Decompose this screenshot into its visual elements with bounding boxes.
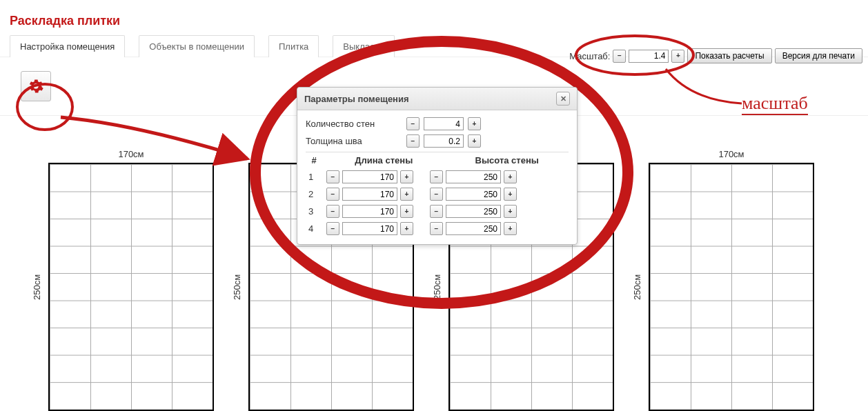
len-plus[interactable]: + xyxy=(400,222,413,235)
seam-input[interactable] xyxy=(424,134,464,148)
walls-count-minus[interactable]: − xyxy=(406,117,420,130)
wall-table-row: 3−+−+ xyxy=(306,203,569,220)
wall-height-label: 250см xyxy=(32,163,42,411)
wall-table-row: 1−+−+ xyxy=(306,168,569,186)
dialog-close-button[interactable]: ✕ xyxy=(556,92,570,106)
scale-minus-button[interactable]: − xyxy=(613,50,626,63)
wall-height-label: 250см xyxy=(632,163,642,411)
len-input[interactable] xyxy=(342,205,397,218)
hgt-plus[interactable]: + xyxy=(504,170,517,183)
len-minus[interactable]: − xyxy=(326,205,339,218)
dialog-body: Количество стен − + Толщина шва − + # Дл… xyxy=(297,110,577,244)
wall-width-label: 170см xyxy=(48,149,214,159)
len-minus[interactable]: − xyxy=(326,222,339,235)
top-right-controls: Масштаб: − + Показать расчеты Версия для… xyxy=(569,48,862,63)
hgt-input[interactable] xyxy=(446,205,501,218)
row-index: 1 xyxy=(306,172,322,182)
hgt-minus[interactable]: − xyxy=(430,188,443,201)
tab-layout[interactable]: Выкладка xyxy=(333,35,394,57)
seam-minus[interactable]: − xyxy=(406,134,420,148)
hgt-plus[interactable]: + xyxy=(504,222,517,235)
tab-tile[interactable]: Плитка xyxy=(268,35,319,57)
tab-objects[interactable]: Объекты в помещении xyxy=(139,35,255,57)
walls-count-plus[interactable]: + xyxy=(468,117,481,130)
row-index: 3 xyxy=(306,206,322,217)
seam-plus[interactable]: + xyxy=(468,134,481,148)
walls-table-header: # Длина стены Высота стены xyxy=(306,152,569,168)
wall-grid[interactable] xyxy=(48,163,214,411)
page-title: Раскладка плитки xyxy=(0,0,868,35)
scale-label: Масштаб: xyxy=(569,51,610,61)
len-plus[interactable]: + xyxy=(400,170,413,183)
wall-table-row: 2−+−+ xyxy=(306,186,569,203)
col-num: # xyxy=(306,155,322,166)
scale-input[interactable] xyxy=(629,50,669,63)
annotation-text-scale: масштаб xyxy=(742,93,808,115)
seam-label: Толщина шва xyxy=(306,136,402,146)
room-params-dialog: Параметры помещения ✕ Количество стен − … xyxy=(297,87,578,245)
walls-count-input[interactable] xyxy=(424,117,464,130)
hgt-input[interactable] xyxy=(446,188,501,201)
len-input[interactable] xyxy=(342,188,397,201)
dialog-title: Параметры помещения xyxy=(304,94,409,104)
hgt-plus[interactable]: + xyxy=(504,188,517,201)
walls-count-label: Количество стен xyxy=(306,119,402,129)
hgt-input[interactable] xyxy=(446,222,501,235)
len-input[interactable] xyxy=(342,222,397,235)
wall-grid[interactable] xyxy=(649,163,814,411)
len-minus[interactable]: − xyxy=(326,170,339,183)
col-height: Высота стены xyxy=(446,155,569,166)
wall-table-row: 4−+−+ xyxy=(306,220,569,237)
gear-icon xyxy=(28,79,43,94)
col-length: Длина стены xyxy=(322,155,446,166)
wall-height-label: 250см xyxy=(232,163,242,411)
row-index: 4 xyxy=(306,223,322,234)
settings-button[interactable] xyxy=(21,71,51,101)
len-plus[interactable]: + xyxy=(400,188,413,201)
hgt-input[interactable] xyxy=(446,170,501,183)
hgt-minus[interactable]: − xyxy=(430,205,443,218)
row-index: 2 xyxy=(306,189,322,199)
tab-room-settings[interactable]: Настройка помещения xyxy=(10,35,125,57)
wall-panel-4: 170см 250см xyxy=(649,163,814,411)
show-calculations-button[interactable]: Показать расчеты xyxy=(687,48,771,63)
print-version-button[interactable]: Версия для печати xyxy=(775,48,862,63)
len-plus[interactable]: + xyxy=(400,205,413,218)
hgt-minus[interactable]: − xyxy=(430,222,443,235)
scale-plus-button[interactable]: + xyxy=(671,50,684,63)
hgt-minus[interactable]: − xyxy=(430,170,443,183)
len-input[interactable] xyxy=(342,170,397,183)
dialog-header[interactable]: Параметры помещения ✕ xyxy=(297,88,577,110)
hgt-plus[interactable]: + xyxy=(504,205,517,218)
wall-width-label: 170см xyxy=(649,149,814,159)
len-minus[interactable]: − xyxy=(326,188,339,201)
wall-panel-1: 170см 250см xyxy=(48,163,214,411)
